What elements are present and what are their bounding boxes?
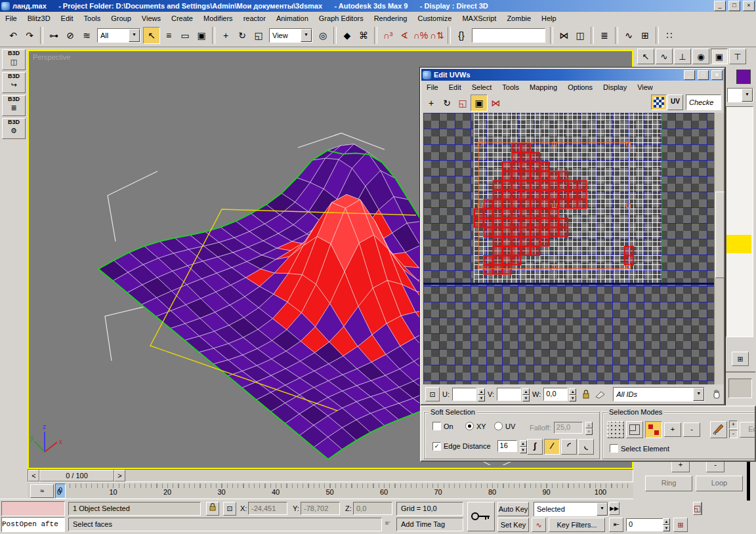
falloff-input[interactable]: 25,0 bbox=[554, 422, 583, 434]
menu-item[interactable]: Edit bbox=[56, 13, 79, 24]
angle-snap-icon[interactable]: ∢ bbox=[396, 28, 412, 43]
keyboard-override-icon[interactable]: ⌘ bbox=[356, 28, 371, 43]
edge-button[interactable]: Edge bbox=[740, 422, 756, 438]
xy-radio[interactable] bbox=[465, 422, 474, 430]
tab-display[interactable]: ▣ bbox=[711, 49, 728, 64]
dialog-menu-item[interactable]: Options bbox=[562, 82, 598, 92]
menu-item[interactable]: Tools bbox=[79, 13, 106, 24]
gizmo-handle[interactable] bbox=[478, 265, 482, 270]
maxscript-listener-line[interactable]: PostOpen afte bbox=[1, 517, 65, 532]
select-object-icon[interactable]: ↖ bbox=[143, 27, 160, 44]
move-icon[interactable]: + bbox=[423, 95, 439, 111]
scale-icon[interactable]: ◱ bbox=[251, 28, 266, 43]
face-mode-button[interactable] bbox=[645, 421, 662, 438]
dialog-menu-item[interactable]: Edit bbox=[444, 82, 467, 92]
gizmo-handle[interactable] bbox=[552, 265, 556, 270]
x-coordinate-field[interactable]: -24,451 bbox=[248, 502, 287, 515]
menu-item[interactable]: Animation bbox=[271, 13, 314, 24]
edge-distance-input[interactable]: 16 bbox=[497, 440, 517, 452]
paint-shrink-button[interactable]: - bbox=[729, 430, 738, 438]
falloff-spinner[interactable]: ▲▼ bbox=[585, 422, 593, 434]
object-color-swatch[interactable] bbox=[736, 70, 751, 84]
scale-icon[interactable]: ◱ bbox=[455, 95, 471, 111]
dialog-menu-item[interactable]: Tools bbox=[497, 82, 524, 92]
gizmo-handle[interactable] bbox=[626, 203, 631, 208]
next-frame-arrow[interactable]: > bbox=[114, 470, 125, 482]
dialog-minimize-button[interactable]: _ bbox=[684, 70, 695, 80]
toggle-key-icon[interactable] bbox=[467, 502, 495, 531]
menu-item[interactable]: Create bbox=[166, 13, 198, 24]
chevron-down-icon[interactable]: ▼ bbox=[597, 503, 608, 516]
maxscript-mini-listener[interactable] bbox=[1, 501, 65, 516]
key-step-toggle[interactable]: ⇤ bbox=[609, 518, 623, 532]
menu-item[interactable]: File bbox=[0, 13, 22, 24]
loop-button[interactable]: Loop bbox=[696, 476, 743, 491]
linear-curve-icon[interactable]: ∕ bbox=[544, 439, 560, 455]
ring-button[interactable]: Ring bbox=[645, 476, 692, 491]
gizmo-handle[interactable] bbox=[478, 203, 482, 208]
modifier-stack[interactable] bbox=[726, 106, 753, 337]
schematic-view-icon[interactable]: ⊞ bbox=[637, 28, 653, 43]
material-editor-icon[interactable]: ∷ bbox=[662, 28, 677, 43]
lock-icon[interactable] bbox=[581, 389, 591, 400]
eraser-icon[interactable] bbox=[595, 389, 606, 400]
tab-utilities[interactable]: ⊤ bbox=[729, 49, 746, 64]
paint-grow-button[interactable]: + bbox=[729, 421, 738, 429]
timeline-ruler[interactable]: 0 0102030405060708090100 bbox=[54, 483, 631, 498]
curve-editor-icon[interactable]: ∿ bbox=[621, 28, 637, 43]
tab-modify[interactable]: ∿ bbox=[656, 49, 673, 64]
rotate-icon[interactable]: ↻ bbox=[439, 95, 455, 111]
id-filter-dropdown[interactable]: All IDs ▼ bbox=[613, 387, 705, 401]
menu-item[interactable]: Rendering bbox=[369, 13, 413, 24]
dialog-menu-item[interactable]: File bbox=[421, 82, 444, 92]
uv-channel-button[interactable]: UV bbox=[667, 94, 683, 110]
absolute-mode-icon[interactable]: ⊡ bbox=[223, 502, 236, 516]
time-slider-handle[interactable]: 0 / 100 bbox=[39, 470, 114, 482]
menu-item[interactable]: Zombie bbox=[501, 13, 536, 24]
viewport-label[interactable]: Perspective bbox=[33, 53, 70, 61]
unlink-icon[interactable]: ⊘ bbox=[62, 28, 78, 43]
menu-item[interactable]: Views bbox=[136, 13, 166, 24]
selection-lock-icon[interactable] bbox=[206, 502, 219, 516]
dialog-menu-item[interactable]: Mapping bbox=[524, 82, 562, 92]
dialog-title-bar[interactable]: Edit UVWs _ □ × bbox=[421, 69, 724, 81]
v-spinner[interactable]: ▲▼ bbox=[522, 388, 530, 400]
use-center-icon[interactable]: ◎ bbox=[315, 28, 331, 43]
u-input[interactable] bbox=[452, 388, 476, 401]
mirror-icon[interactable]: ⋈ bbox=[556, 28, 572, 43]
bind-spacewarp-icon[interactable]: ≋ bbox=[79, 28, 94, 43]
manipulate-icon[interactable]: ◆ bbox=[339, 28, 355, 43]
snap-toggle-icon[interactable]: ∩³ bbox=[380, 28, 396, 43]
percent-snap-icon[interactable]: ∩% bbox=[413, 28, 429, 43]
keyable-curve-icon[interactable]: ∿ bbox=[532, 518, 546, 532]
gizmo-handle[interactable] bbox=[552, 203, 556, 208]
b3d-save-button[interactable]: B3D◫ bbox=[2, 49, 26, 70]
dialog-menu-item[interactable]: View bbox=[632, 82, 658, 92]
w-spinner[interactable]: ▲▼ bbox=[569, 388, 576, 400]
time-config-icon[interactable]: ⊞ bbox=[673, 518, 688, 532]
selection-filter-dropdown[interactable]: All▼ bbox=[97, 28, 140, 43]
chevron-down-icon[interactable]: ▼ bbox=[742, 89, 753, 102]
chevron-down-icon[interactable]: ▼ bbox=[129, 29, 140, 42]
edge-distance-checkbox[interactable]: ✓ bbox=[432, 442, 441, 451]
rollout-button[interactable] bbox=[728, 379, 752, 398]
b3d-script-button[interactable]: B3D≣ bbox=[2, 95, 26, 116]
minimize-button[interactable]: _ bbox=[714, 1, 726, 11]
pan-hand-icon[interactable] bbox=[711, 388, 723, 400]
dialog-close-button[interactable]: × bbox=[711, 70, 723, 80]
align-icon[interactable]: ◫ bbox=[572, 28, 588, 43]
uv-editor-canvas[interactable] bbox=[423, 113, 714, 384]
tab-create[interactable]: ↖ bbox=[637, 49, 654, 64]
coord-system-dropdown[interactable]: View▼ bbox=[269, 28, 312, 43]
key-mode-dropdown[interactable]: Selected ▼ bbox=[534, 502, 608, 516]
freeform-icon[interactable]: ▣ bbox=[471, 94, 488, 112]
mirror-icon[interactable]: ⋈ bbox=[488, 95, 503, 111]
z-coordinate-field[interactable]: 0,0 bbox=[353, 502, 392, 515]
spinner-snap-icon[interactable]: ∩⇅ bbox=[429, 28, 445, 43]
scrollbar-thumb[interactable] bbox=[715, 192, 724, 278]
dialog-maximize-button[interactable]: □ bbox=[698, 70, 709, 80]
uv-radio[interactable] bbox=[494, 422, 503, 430]
gizmo-handle[interactable] bbox=[552, 142, 556, 146]
current-frame-input[interactable]: 0 bbox=[626, 518, 663, 531]
u-spinner[interactable]: ▲▼ bbox=[478, 388, 485, 400]
